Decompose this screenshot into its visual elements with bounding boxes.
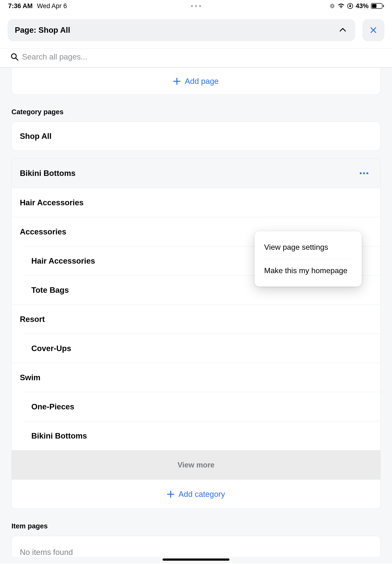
page-header: Page: Shop All <box>0 12 392 48</box>
context-menu: View page settings Make this my homepage <box>254 231 362 287</box>
add-category-button[interactable]: Add category <box>12 479 380 509</box>
category-row-label: Shop All <box>20 132 52 141</box>
category-subrow[interactable]: One-Pieces <box>12 392 380 421</box>
category-row-label: One-Pieces <box>31 402 372 411</box>
category-row-label: Bikini Bottoms <box>20 169 356 178</box>
menu-view-page-settings[interactable]: View page settings <box>254 236 362 259</box>
item-pages-empty-label: No items found <box>20 548 73 557</box>
section-item-pages: Item pages <box>0 509 392 536</box>
add-category-label: Add category <box>179 490 225 499</box>
more-options-icon[interactable] <box>356 168 372 178</box>
add-page-label: Add page <box>185 77 218 86</box>
menu-make-homepage[interactable]: Make this my homepage <box>254 259 362 282</box>
view-more-label: View more <box>178 461 215 469</box>
category-row[interactable]: Swim <box>12 363 380 392</box>
category-list: Bikini Bottoms Hair Accessories Accessor… <box>12 158 380 509</box>
battery-icon <box>371 3 384 9</box>
page-selector-label: Page: Shop All <box>15 26 70 35</box>
chevron-up-icon <box>338 26 347 34</box>
search-icon <box>11 53 19 61</box>
view-more-button[interactable]: View more <box>12 450 380 479</box>
main-content: Add page Category pages Shop All Bikini … <box>0 68 392 563</box>
category-row-label: Resort <box>20 315 372 324</box>
category-subrow[interactable]: Cover-Ups <box>12 334 380 363</box>
close-button[interactable] <box>362 19 384 41</box>
category-row-shop-all[interactable]: Shop All <box>12 122 380 151</box>
category-row[interactable]: Resort <box>12 304 380 334</box>
multitask-dots-icon <box>191 5 201 7</box>
category-row-label: Hair Accessories <box>20 198 372 207</box>
search-row <box>0 48 392 68</box>
orientation-lock-icon <box>347 3 353 9</box>
category-row[interactable]: Bikini Bottoms <box>12 159 380 188</box>
category-row-label: Bikini Bottoms <box>31 431 372 440</box>
plus-icon <box>167 491 174 498</box>
status-date: Wed Apr 6 <box>37 2 67 10</box>
plus-icon <box>173 78 181 85</box>
section-category-pages: Category pages <box>0 95 392 122</box>
add-page-button[interactable]: Add page <box>12 68 380 95</box>
search-input[interactable] <box>22 52 381 61</box>
category-row[interactable]: Hair Accessories <box>12 188 380 217</box>
category-subrow[interactable]: Bikini Bottoms <box>12 421 380 450</box>
status-time: 7:36 AM <box>8 2 33 10</box>
svg-line-5 <box>16 58 18 60</box>
status-bar: 7:36 AM Wed Apr 6 43% <box>0 0 392 12</box>
page-selector[interactable]: Page: Shop All <box>8 19 355 41</box>
wifi-icon <box>337 3 345 9</box>
close-icon <box>369 26 378 34</box>
home-indicator[interactable] <box>163 559 229 561</box>
sync-icon <box>329 3 335 9</box>
category-row-label: Tote Bags <box>31 286 372 295</box>
category-row-label: Cover-Ups <box>31 344 372 353</box>
svg-rect-1 <box>349 5 351 7</box>
category-row-label: Swim <box>20 373 372 382</box>
item-pages-empty: No items found <box>12 536 380 557</box>
battery-percent: 43% <box>356 2 369 10</box>
